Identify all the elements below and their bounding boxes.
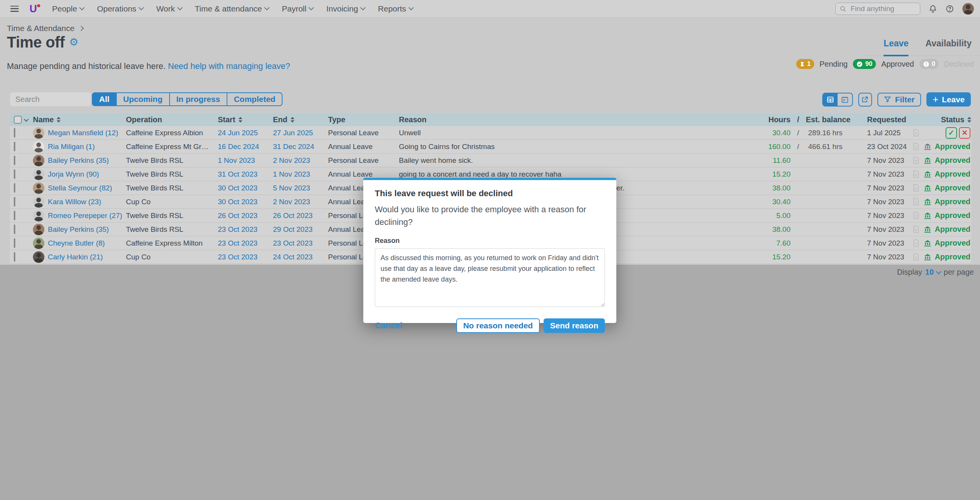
start-date-link[interactable]: 16 Dec 2024	[218, 143, 259, 151]
row-checkbox[interactable]	[14, 252, 15, 262]
employee-link[interactable]: Stella Seymour (82)	[48, 184, 112, 192]
help-managing-leave-link[interactable]: Need help with managing leave?	[168, 61, 290, 71]
filter-completed-button[interactable]: Completed	[227, 92, 283, 106]
document-icon[interactable]	[912, 129, 920, 137]
document-icon[interactable]	[912, 184, 920, 192]
end-date-link[interactable]: 2 Nov 2023	[273, 198, 310, 206]
end-date-link[interactable]: 29 Oct 2023	[273, 225, 313, 233]
start-date-link[interactable]: 30 Oct 2023	[218, 184, 258, 192]
reason-cell: Unwell	[399, 129, 760, 137]
notifications-bell-icon[interactable]	[929, 5, 937, 13]
employee-link[interactable]: Bailey Perkins (35)	[48, 225, 109, 234]
row-checkbox[interactable]	[14, 197, 15, 207]
document-icon[interactable]	[912, 253, 920, 261]
nav-item-invoicing[interactable]: Invoicing	[320, 0, 371, 17]
nav-item-reports[interactable]: Reports	[372, 0, 419, 17]
document-icon[interactable]	[912, 170, 920, 178]
filter-button[interactable]: Filter	[877, 93, 921, 107]
est-balance-cell: 466.61 hrs	[806, 143, 861, 151]
employee-link[interactable]: Romeo Perepeper (27)	[48, 211, 122, 220]
end-date-link[interactable]: 26 Oct 2023	[273, 211, 313, 220]
end-date-link[interactable]: 23 Oct 2023	[273, 239, 313, 247]
filter-upcoming-button[interactable]: Upcoming	[117, 92, 170, 106]
leave-type-cell: Personal Leave	[328, 129, 399, 137]
send-reason-button[interactable]: Send reason	[544, 318, 605, 333]
end-date-link[interactable]: 24 Oct 2023	[273, 253, 313, 261]
nav-item-work[interactable]: Work	[150, 0, 188, 17]
column-header-start[interactable]: Start	[218, 115, 273, 124]
employee-link[interactable]: Carly Harkin (21)	[48, 253, 103, 261]
end-date-link[interactable]: 2 Nov 2023	[273, 156, 310, 164]
document-icon[interactable]	[912, 211, 920, 220]
employee-link[interactable]: Bailey Perkins (35)	[48, 156, 109, 165]
row-checkbox[interactable]	[14, 183, 15, 193]
chevron-down-icon[interactable]	[24, 117, 29, 122]
row-checkbox[interactable]	[14, 128, 15, 138]
document-icon[interactable]	[912, 225, 920, 233]
start-date-link[interactable]: 23 Oct 2023	[218, 225, 258, 233]
row-checkbox[interactable]	[14, 169, 15, 179]
nav-item-time-attendance[interactable]: Time & attendance	[189, 0, 275, 17]
chevron-down-icon[interactable]	[936, 269, 941, 274]
row-checkbox[interactable]	[14, 142, 15, 151]
start-date-link[interactable]: 24 Jun 2025	[218, 129, 258, 137]
table-view-icon[interactable]	[823, 93, 838, 106]
document-icon[interactable]	[912, 156, 920, 164]
column-header-status[interactable]: Status	[907, 115, 971, 124]
column-header-name[interactable]: Name	[33, 115, 126, 124]
hours-cell: 15.20	[760, 170, 791, 179]
export-external-link-icon[interactable]	[858, 93, 872, 107]
tab-availability[interactable]: Availability	[925, 38, 972, 56]
hamburger-menu-icon[interactable]	[10, 6, 19, 12]
filter-all-button[interactable]: All	[92, 92, 117, 106]
help-icon[interactable]	[946, 5, 954, 13]
table-search[interactable]	[10, 92, 91, 106]
app-logo[interactable]: U	[29, 3, 41, 15]
breadcrumb[interactable]: Time & Attendance	[7, 24, 83, 33]
table-search-input[interactable]	[15, 95, 87, 104]
document-icon[interactable]	[912, 239, 920, 247]
no-reason-needed-button[interactable]: No reason needed	[456, 318, 540, 333]
settings-gear-icon[interactable]: ⚙	[69, 37, 78, 48]
employee-link[interactable]: Megan Mansfield (12)	[48, 129, 118, 137]
user-avatar[interactable]	[962, 3, 974, 15]
select-all-checkbox[interactable]	[14, 116, 22, 124]
employee-link[interactable]: Kara Willow (23)	[48, 198, 101, 206]
row-checkbox[interactable]	[14, 225, 15, 234]
employee-link[interactable]: Ria Miligan (1)	[48, 143, 95, 151]
nav-item-operations[interactable]: Operations	[91, 0, 149, 17]
start-date-link[interactable]: 30 Oct 2023	[218, 198, 258, 206]
nav-item-payroll[interactable]: Payroll	[276, 0, 319, 17]
filter-in-progress-button[interactable]: In progress	[170, 92, 227, 106]
start-date-link[interactable]: 31 Oct 2023	[218, 170, 258, 178]
reason-textarea[interactable]: As discussed this morning, as you return…	[375, 248, 605, 307]
employee-link[interactable]: Cheyne Butler (8)	[48, 239, 105, 248]
document-icon[interactable]	[912, 143, 920, 151]
start-date-link[interactable]: 1 Nov 2023	[218, 156, 255, 164]
end-date-link[interactable]: 5 Nov 2023	[273, 184, 310, 192]
row-checkbox[interactable]	[14, 211, 15, 220]
bank-exported-icon	[924, 143, 931, 151]
column-header-requested[interactable]: Requested	[861, 115, 907, 124]
end-date-link[interactable]: 31 Dec 2024	[273, 143, 314, 151]
row-checkbox[interactable]	[14, 238, 15, 248]
calendar-view-icon[interactable]	[838, 93, 852, 106]
end-date-link[interactable]: 27 Jun 2025	[273, 129, 313, 137]
tab-leave[interactable]: Leave	[884, 38, 908, 56]
end-date-link[interactable]: 1 Nov 2023	[273, 170, 310, 178]
decline-request-button[interactable]: ✕	[959, 127, 970, 139]
add-leave-button[interactable]: + Leave	[926, 92, 971, 107]
approve-request-button[interactable]: ✓	[946, 127, 957, 139]
document-icon[interactable]	[912, 198, 920, 206]
start-date-link[interactable]: 23 Oct 2023	[218, 239, 258, 247]
start-date-link[interactable]: 26 Oct 2023	[218, 211, 258, 220]
start-date-link[interactable]: 23 Oct 2023	[218, 253, 258, 261]
nav-item-people[interactable]: People	[46, 0, 90, 17]
global-search[interactable]	[835, 3, 920, 15]
cancel-button[interactable]: Cancel	[375, 321, 402, 331]
employee-link[interactable]: Jorja Wynn (90)	[48, 170, 99, 179]
column-header-end[interactable]: End	[273, 115, 328, 124]
row-checkbox[interactable]	[14, 156, 15, 165]
page-size-select[interactable]: 10	[925, 268, 934, 277]
global-search-input[interactable]	[850, 4, 909, 13]
